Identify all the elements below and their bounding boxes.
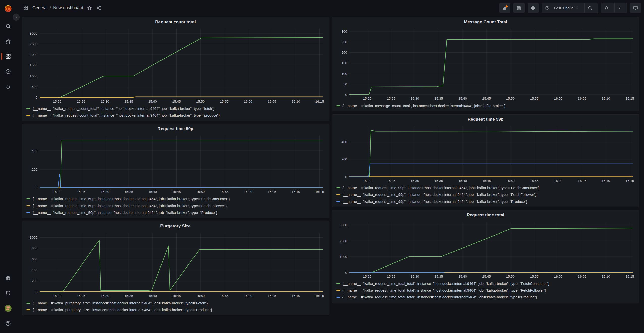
- series-label: {__name__="kafka_request_time_50p", inst…: [33, 204, 227, 208]
- panel-header[interactable]: Message Count Total: [335, 18, 636, 26]
- panel-request-time-50p: Request time 50p 020040015:2015:2515:301…: [22, 124, 329, 218]
- svg-text:15:20: 15:20: [363, 97, 371, 101]
- favorite-star-button[interactable]: [87, 5, 92, 11]
- expand-sidebar-button[interactable]: [13, 14, 20, 21]
- svg-text:16:05: 16:05: [578, 275, 586, 278]
- grafana-logo[interactable]: [4, 4, 13, 13]
- svg-text:15:30: 15:30: [411, 275, 419, 278]
- panel-request-count-total: Request count total 05001000150020002500…: [22, 17, 329, 121]
- panel-header[interactable]: Purgatory Size: [25, 222, 326, 230]
- cycle-view-mode-button[interactable]: [630, 3, 641, 13]
- svg-text:16:10: 16:10: [602, 275, 610, 278]
- breadcrumb-folder[interactable]: General: [32, 5, 47, 10]
- time-series-chart[interactable]: 0200400600800100015:2015:2515:3015:3515:…: [25, 230, 326, 299]
- svg-text:2000: 2000: [340, 239, 347, 243]
- svg-text:15:55: 15:55: [530, 97, 539, 101]
- panel-message-count-total: Message Count Total 05010015020025030015…: [332, 17, 639, 111]
- legend-item[interactable]: {__name__="kafka_request_time_50p", inst…: [26, 209, 326, 216]
- time-series-chart[interactable]: 05010015020025030015:2015:2515:3015:3515…: [335, 26, 636, 102]
- svg-text:16:15: 16:15: [626, 179, 634, 183]
- legend-item[interactable]: {__name__="kafka_request_count_total", i…: [26, 112, 326, 119]
- svg-text:200: 200: [31, 168, 37, 171]
- svg-text:0: 0: [345, 271, 347, 275]
- save-dashboard-button[interactable]: [513, 3, 525, 13]
- sidebar-item-help[interactable]: [0, 316, 16, 331]
- legend-item[interactable]: {__name__="kafka_request_time_99p", inst…: [336, 198, 636, 205]
- legend-item[interactable]: {__name__="kafka_request_count_total", i…: [26, 105, 326, 112]
- add-panel-button[interactable]: [499, 3, 510, 13]
- svg-text:1000: 1000: [340, 255, 347, 259]
- legend-item[interactable]: {__name__="kafka_request_time_50p", inst…: [26, 195, 326, 202]
- time-series-chart[interactable]: 020040015:2015:2515:3015:3515:4015:4515:…: [25, 133, 326, 195]
- svg-text:15:40: 15:40: [458, 179, 467, 183]
- chart-legend: {__name__="kafka_request_time_50p", inst…: [25, 195, 326, 216]
- sidebar-item-search[interactable]: [0, 19, 16, 34]
- zoom-out-time-range-button[interactable]: [584, 3, 598, 13]
- series-color-swatch: [336, 297, 340, 298]
- legend-item[interactable]: {__name__="kafka_request_time_total_tota…: [336, 280, 636, 287]
- sidebar: [0, 0, 16, 333]
- dashboard-settings-button[interactable]: [528, 3, 539, 13]
- series-label: {__name__="kafka_purgatory_size", instan…: [33, 301, 208, 305]
- series-label: {__name__="kafka_request_time_total_tota…: [342, 288, 546, 292]
- svg-text:16:10: 16:10: [292, 190, 300, 194]
- breadcrumb-dashboard[interactable]: New dashboard: [53, 5, 83, 10]
- svg-text:15:55: 15:55: [220, 294, 229, 298]
- svg-text:16:00: 16:00: [554, 179, 562, 183]
- svg-text:15:30: 15:30: [101, 99, 109, 103]
- svg-text:50: 50: [343, 82, 347, 86]
- panel-title: Request time 50p: [157, 126, 193, 131]
- time-series-chart[interactable]: 020040015:2015:2515:3015:3515:4015:4515:…: [335, 123, 636, 184]
- svg-text:1000: 1000: [30, 74, 37, 78]
- svg-text:16:00: 16:00: [554, 275, 562, 278]
- breadcrumb: General / New dashboard: [32, 5, 83, 10]
- legend-item[interactable]: {__name__="kafka_request_time_99p", inst…: [336, 184, 636, 191]
- legend-item[interactable]: {__name__="kafka_request_time_99p", inst…: [336, 191, 636, 198]
- refresh-dashboard-button[interactable]: [601, 3, 614, 13]
- time-range-button[interactable]: Last 1 hour: [542, 3, 584, 13]
- panel-header[interactable]: Request count total: [25, 18, 326, 26]
- legend-item[interactable]: {__name__="kafka_purgatory_size", instan…: [26, 299, 326, 306]
- sidebar-item-server-admin[interactable]: [0, 286, 16, 301]
- panel-header[interactable]: Request time 99p: [335, 116, 636, 123]
- sidebar-item-alerting[interactable]: [0, 79, 16, 94]
- legend-item[interactable]: {__name__="kafka_message_count_total", i…: [336, 102, 636, 109]
- sidebar-item-profile[interactable]: [0, 301, 16, 316]
- time-series-chart[interactable]: 05001000150020002500300015:2015:2515:301…: [25, 26, 326, 104]
- series-color-swatch: [26, 205, 30, 206]
- sidebar-item-starred[interactable]: [0, 34, 16, 49]
- svg-text:15:45: 15:45: [482, 179, 491, 183]
- panel-title: Request time total: [467, 213, 504, 218]
- legend-item[interactable]: {__name__="kafka_purgatory_size", instan…: [26, 306, 326, 313]
- legend-item[interactable]: {__name__="kafka_request_time_total_tota…: [336, 294, 636, 301]
- svg-text:15:50: 15:50: [506, 179, 515, 183]
- svg-text:400: 400: [31, 149, 37, 153]
- legend-item[interactable]: {__name__="kafka_request_time_50p", inst…: [26, 202, 326, 209]
- share-dashboard-button[interactable]: [96, 5, 102, 11]
- series-color-swatch: [336, 194, 340, 195]
- svg-text:16:15: 16:15: [626, 275, 634, 278]
- series-label: {__name__="kafka_request_count_total", i…: [33, 113, 220, 117]
- series-color-swatch: [26, 115, 30, 116]
- series-label: {__name__="kafka_request_time_99p", inst…: [342, 186, 540, 190]
- svg-text:15:40: 15:40: [458, 97, 467, 101]
- series-color-swatch: [336, 201, 340, 202]
- panel-header[interactable]: Request time total: [335, 211, 636, 219]
- sidebar-item-dashboards[interactable]: [0, 49, 16, 64]
- svg-text:15:25: 15:25: [77, 294, 85, 298]
- refresh-interval-button[interactable]: [614, 3, 627, 13]
- sidebar-item-explore[interactable]: [0, 64, 16, 79]
- svg-text:100: 100: [341, 72, 347, 76]
- time-series-chart[interactable]: 010002000300015:2015:2515:3015:3515:4015…: [335, 219, 636, 279]
- svg-text:15:40: 15:40: [458, 275, 467, 278]
- svg-text:15:55: 15:55: [530, 179, 539, 183]
- svg-text:16:05: 16:05: [578, 179, 586, 183]
- legend-item[interactable]: {__name__="kafka_request_time_total_tota…: [336, 287, 636, 294]
- svg-text:200: 200: [31, 279, 37, 283]
- svg-text:15:50: 15:50: [506, 275, 515, 278]
- panel-header[interactable]: Request time 50p: [25, 125, 326, 133]
- svg-text:15:20: 15:20: [53, 190, 61, 194]
- svg-text:2500: 2500: [30, 42, 37, 46]
- svg-text:15:40: 15:40: [148, 99, 157, 103]
- sidebar-item-configuration[interactable]: [0, 271, 16, 286]
